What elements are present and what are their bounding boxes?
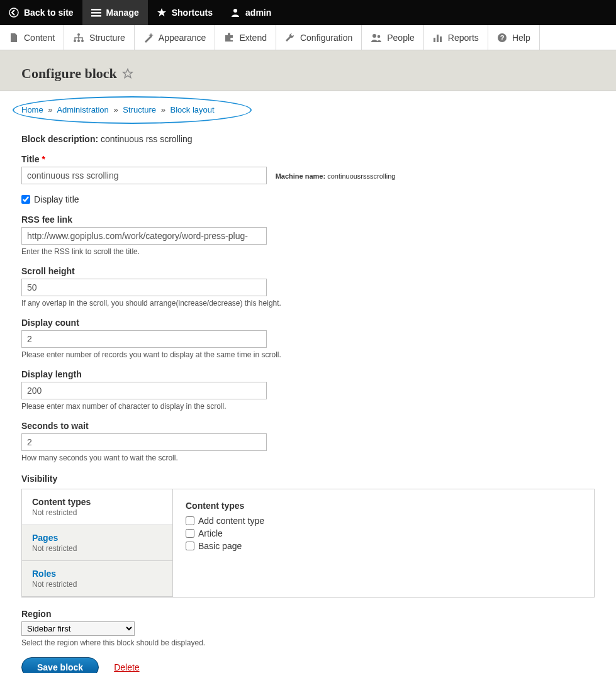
- shortcuts-label: Shortcuts: [172, 8, 213, 18]
- help-label: Help: [512, 33, 530, 43]
- svg-point-7: [77, 40, 80, 42]
- scroll-height-desc: If any overlap in the scroll, you should…: [21, 299, 595, 308]
- display-title-label: Display title: [34, 194, 79, 204]
- svg-point-0: [9, 8, 18, 17]
- people-label: People: [387, 33, 415, 43]
- reports-tab[interactable]: Reports: [424, 25, 488, 50]
- block-description: Block description: continuous rss scroll…: [21, 134, 595, 144]
- seconds-wait-input[interactable]: [21, 433, 267, 451]
- svg-rect-3: [91, 15, 101, 17]
- svg-text:?: ?: [500, 34, 505, 42]
- manage-label: Manage: [106, 8, 139, 18]
- toolbar-top: Back to site Manage Shortcuts admin: [0, 0, 616, 25]
- title-input[interactable]: [21, 167, 267, 184]
- block-description-value: continuous rss scrolling: [101, 134, 193, 144]
- display-title-checkbox[interactable]: [21, 195, 30, 204]
- breadcrumb-administration[interactable]: Administration: [57, 105, 108, 114]
- scroll-height-row: Scroll height If any overlap in the scro…: [21, 266, 595, 308]
- help-tab[interactable]: ? Help: [488, 25, 540, 50]
- panel-title: Content types: [186, 501, 581, 511]
- appearance-tab[interactable]: Appearance: [135, 25, 216, 50]
- chevron-left-circle-icon: [9, 8, 19, 18]
- display-length-input[interactable]: [21, 382, 267, 399]
- shortcuts-button[interactable]: Shortcuts: [148, 0, 221, 25]
- people-icon: [371, 33, 382, 43]
- scroll-height-input[interactable]: [21, 279, 267, 296]
- vtab-pages[interactable]: Pages Not restricted: [22, 525, 172, 561]
- back-to-site-button[interactable]: Back to site: [0, 0, 82, 25]
- breadcrumb-structure[interactable]: Structure: [123, 105, 156, 114]
- title-label: Title *: [21, 154, 595, 164]
- svg-rect-2: [91, 12, 101, 14]
- rss-link-desc: Enter the RSS link to scroll the title.: [21, 247, 595, 256]
- display-count-input[interactable]: [21, 330, 267, 348]
- opt-article[interactable]: Article: [186, 528, 581, 538]
- manage-button[interactable]: Manage: [82, 0, 148, 25]
- display-length-label: Display length: [21, 369, 595, 379]
- reports-label: Reports: [448, 33, 479, 43]
- structure-tab[interactable]: Structure: [64, 25, 135, 50]
- display-title-row: Display title: [21, 194, 595, 204]
- content-label: Content: [24, 33, 55, 43]
- opt-add-content-type[interactable]: Add content type: [186, 516, 581, 526]
- svg-point-10: [378, 35, 381, 38]
- seconds-wait-row: Seconds to wait How many seconds you wan…: [21, 421, 595, 462]
- structure-label: Structure: [89, 33, 125, 43]
- visibility-tabs: Content types Not restricted Pages Not r…: [21, 489, 595, 598]
- vtab-roles[interactable]: Roles Not restricted: [22, 561, 172, 597]
- star-icon: [157, 8, 167, 18]
- appearance-label: Appearance: [159, 33, 206, 43]
- seconds-wait-label: Seconds to wait: [21, 421, 595, 431]
- page-title-area: Configure block: [0, 50, 616, 91]
- display-count-row: Display count Please enter number of rec…: [21, 318, 595, 359]
- region-label: Region: [21, 609, 595, 619]
- people-tab[interactable]: People: [362, 25, 424, 50]
- breadcrumb-block-layout[interactable]: Block layout: [171, 105, 215, 114]
- hierarchy-icon: [73, 33, 84, 43]
- svg-rect-12: [437, 35, 439, 42]
- save-block-button[interactable]: Save block: [21, 657, 99, 673]
- rss-link-label: RSS fee link: [21, 214, 595, 225]
- extend-tab[interactable]: Extend: [215, 25, 276, 50]
- opt-basic-page[interactable]: Basic page: [186, 541, 581, 551]
- title-row: Title * Machine name: continuousrssscrol…: [21, 154, 595, 184]
- configuration-tab[interactable]: Configuration: [276, 25, 362, 50]
- svg-point-9: [372, 34, 376, 38]
- form-actions: Save block Delete: [21, 657, 595, 673]
- svg-point-6: [74, 40, 76, 42]
- region-desc: Select the region where this block shoul…: [21, 638, 595, 647]
- rss-link-input[interactable]: [21, 227, 267, 245]
- svg-point-4: [233, 9, 237, 13]
- svg-point-8: [81, 40, 84, 42]
- person-icon: [230, 8, 240, 18]
- back-to-site-label: Back to site: [24, 8, 74, 18]
- vtab-content-types[interactable]: Content types Not restricted: [22, 489, 172, 525]
- svg-rect-1: [91, 9, 101, 11]
- menu-icon: [91, 8, 101, 18]
- svg-rect-11: [434, 38, 435, 42]
- visibility-heading: Visibility: [21, 474, 595, 484]
- breadcrumb-home[interactable]: Home: [21, 105, 43, 114]
- extend-label: Extend: [239, 33, 267, 43]
- star-outline-icon[interactable]: [122, 68, 133, 79]
- admin-label: admin: [245, 8, 271, 18]
- content-tab[interactable]: Content: [0, 25, 64, 50]
- admin-menu: Content Structure Appearance Extend Conf…: [0, 25, 616, 50]
- delete-link[interactable]: Delete: [114, 662, 139, 672]
- breadcrumb: Home » Administration » Structure » Bloc…: [21, 103, 595, 114]
- display-length-desc: Please enter max number of character to …: [21, 402, 595, 411]
- puzzle-icon: [224, 33, 234, 43]
- rss-link-row: RSS fee link Enter the RSS link to scrol…: [21, 214, 595, 256]
- page-title: Configure block: [21, 65, 603, 82]
- display-count-desc: Please enter number of records you want …: [21, 350, 595, 359]
- machine-name: Machine name: continuousrssscrolling: [276, 172, 396, 180]
- wand-icon: [143, 33, 154, 43]
- region-row: Region Sidebar first Select the region w…: [21, 609, 595, 647]
- region-select[interactable]: Sidebar first: [21, 621, 135, 636]
- seconds-wait-desc: How many seconds you want to wait the sc…: [21, 453, 595, 462]
- svg-rect-13: [440, 36, 442, 42]
- visibility-panel: Content types Add content type Article B…: [173, 489, 594, 597]
- admin-user-button[interactable]: admin: [221, 0, 280, 25]
- document-icon: [9, 33, 19, 43]
- display-count-label: Display count: [21, 318, 595, 328]
